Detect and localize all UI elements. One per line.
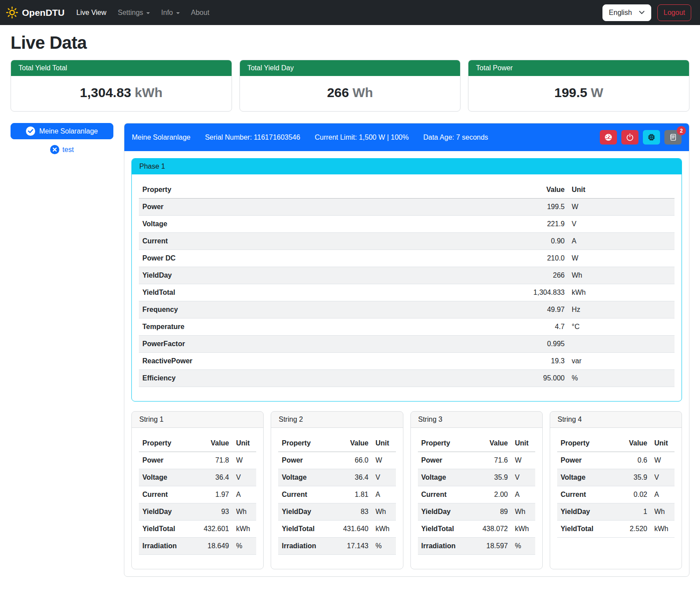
unit-cell: kWh <box>232 521 256 538</box>
card-value: 266 <box>327 85 349 100</box>
unit-column-header: Unit <box>511 435 535 452</box>
inverter-actions: 2 <box>600 130 682 145</box>
unit-column-header: Unit <box>568 181 675 199</box>
unit-cell: A <box>651 486 675 503</box>
table-row: YieldDay83Wh <box>278 503 395 521</box>
table-row: Current0.02A <box>557 486 675 503</box>
property-cell: Voltage <box>557 469 613 486</box>
string-table: Property Value Unit Power71.6WVoltage35.… <box>418 435 535 555</box>
value-cell: 0.90 <box>493 233 568 250</box>
value-cell: 18.597 <box>474 538 511 555</box>
chevron-down-icon <box>639 11 645 14</box>
value-cell: 95.000 <box>493 370 568 387</box>
table-row: Voltage35.9V <box>557 469 675 486</box>
table-row: YieldDay89Wh <box>418 503 535 521</box>
inverter-item-test[interactable]: test <box>11 145 113 154</box>
table-row: Power DC210.0W <box>139 250 675 267</box>
table-row: Voltage35.9V <box>418 469 535 486</box>
card-unit: W <box>591 85 603 100</box>
nav-item-info[interactable]: Info <box>156 5 185 20</box>
table-row: YieldTotal431.640kWh <box>278 521 395 538</box>
string-3-panel: String 3 Property Value Unit <box>410 411 543 569</box>
nav-item-about[interactable]: About <box>185 5 215 20</box>
phase-table: Property Value Unit Power199.5WVoltage22… <box>139 181 675 387</box>
card-unit: Wh <box>352 85 373 100</box>
logout-button[interactable]: Logout <box>657 4 691 21</box>
property-cell: Voltage <box>139 469 195 486</box>
table-row: Current1.97A <box>139 486 256 503</box>
property-cell: Frequency <box>139 301 493 318</box>
property-cell: Current <box>278 486 334 503</box>
value-cell: 66.0 <box>334 452 372 469</box>
property-cell: Power DC <box>139 250 493 267</box>
inverter-select-button[interactable]: Meine Solaranlage <box>11 123 113 139</box>
nav-item-live-view[interactable]: Live View <box>71 5 112 20</box>
property-cell: YieldDay <box>278 503 334 521</box>
language-select[interactable]: English <box>602 4 651 21</box>
value-cell: 4.7 <box>493 318 568 336</box>
total-yield-day-card: Total Yield Day 266Wh <box>239 60 461 112</box>
value-cell: 93 <box>195 503 232 521</box>
journal-text-icon <box>669 133 677 141</box>
value-cell: 438.072 <box>474 521 511 538</box>
table-row: Efficiency95.000% <box>139 370 675 387</box>
value-cell: 36.4 <box>334 469 372 486</box>
value-cell: 431.640 <box>334 521 372 538</box>
property-cell: YieldTotal <box>418 521 474 538</box>
nav-links: Live View Settings Info About <box>71 5 215 20</box>
table-row: Power71.6W <box>418 452 535 469</box>
value-cell: 1 <box>613 503 651 521</box>
value-cell: 36.4 <box>195 469 232 486</box>
value-cell: 0.02 <box>613 486 651 503</box>
value-column-header: Value <box>493 181 568 199</box>
total-yield-total-card: Total Yield Total 1,304.83kWh <box>11 60 232 112</box>
property-cell: Efficiency <box>139 370 493 387</box>
nav-item-label: Settings <box>118 9 143 17</box>
current-limit: Current Limit: 1,500 W | 100% <box>315 134 409 141</box>
string-table: Property Value Unit Power0.6WVoltage35.9… <box>557 435 675 538</box>
table-row: Power71.8W <box>139 452 256 469</box>
unit-cell: W <box>511 452 535 469</box>
unit-column-header: Unit <box>232 435 256 452</box>
inverter-card: Meine Solaranlage Serial Number: 1161716… <box>124 123 689 577</box>
property-cell: YieldDay <box>418 503 474 521</box>
event-log-button[interactable]: 2 <box>664 130 682 145</box>
property-cell: Power <box>139 452 195 469</box>
value-cell: 1,304.833 <box>493 284 568 301</box>
value-column-header: Value <box>613 435 651 452</box>
device-info-button[interactable] <box>643 130 660 145</box>
value-cell: 19.3 <box>493 353 568 370</box>
table-row: Voltage36.4V <box>278 469 395 486</box>
value-column-header: Value <box>334 435 372 452</box>
phase-1-panel: Phase 1 Property Value Unit P <box>131 158 682 402</box>
brand[interactable]: OpenDTU <box>6 7 65 18</box>
navbar-right: English Logout <box>602 4 691 21</box>
unit-cell: Wh <box>372 503 396 521</box>
value-cell: 35.9 <box>474 469 511 486</box>
card-value: 199.5 <box>554 85 587 100</box>
table-row: Voltage221.9V <box>139 216 675 233</box>
inverter-card-body: Phase 1 Property Value Unit P <box>124 151 689 576</box>
unit-cell: kWh <box>568 284 675 301</box>
limit-settings-button[interactable] <box>600 130 617 145</box>
card-value: 1,304.83 <box>80 85 131 100</box>
unit-cell: Wh <box>568 267 675 284</box>
table-header-row: Property Value Unit <box>139 181 675 199</box>
power-toggle-button[interactable] <box>621 130 638 145</box>
unit-cell: % <box>568 370 675 387</box>
nav-item-label: Info <box>161 9 173 17</box>
value-cell: 2.00 <box>474 486 511 503</box>
unit-cell: V <box>232 469 256 486</box>
page-container: Live Data Total Yield Total 1,304.83kWh … <box>0 25 700 587</box>
nav-item-settings[interactable]: Settings <box>112 5 156 20</box>
main-row: Meine Solaranlage test Meine Solaranlage… <box>11 123 689 577</box>
unit-cell: Wh <box>511 503 535 521</box>
table-row: Voltage36.4V <box>139 469 256 486</box>
property-cell: YieldTotal <box>278 521 334 538</box>
unit-cell: A <box>232 486 256 503</box>
unit-cell: var <box>568 353 675 370</box>
value-cell: 432.601 <box>195 521 232 538</box>
table-row: YieldTotal2.520kWh <box>557 521 675 538</box>
string-panel-body: Property Value Unit Power66.0WVoltage36.… <box>271 428 403 569</box>
table-header-row: Property Value Unit <box>557 435 675 452</box>
